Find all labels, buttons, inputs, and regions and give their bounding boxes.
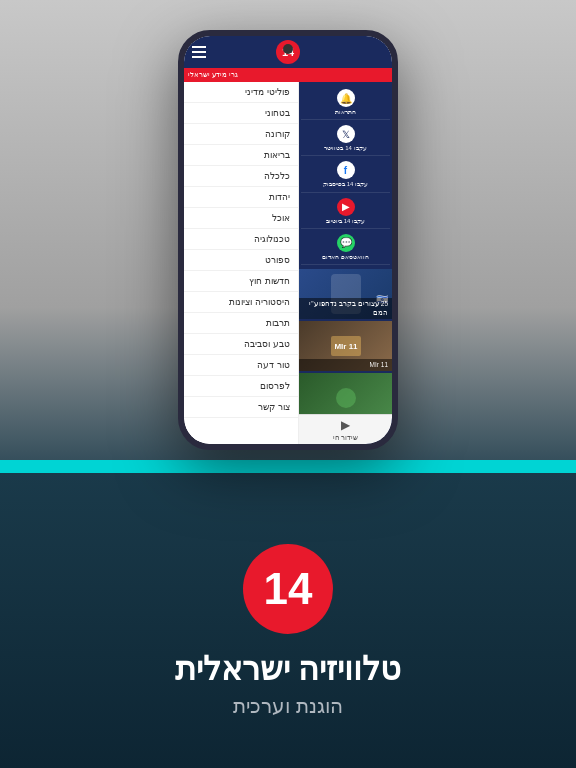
nature-graphic [326, 383, 366, 413]
sidebar-item-politi[interactable]: פוליטי מדיני [184, 82, 298, 103]
news-text-1: 25 עצורים בקרב נדחפו ע"י המם [303, 300, 388, 317]
bottom-branding: 14 טלוויזיה ישראלית הוגנת וערכית [0, 473, 576, 768]
social-whatsapp[interactable]: 💬 הוואטסאפ האדום [301, 231, 390, 265]
sidebar-item-tur-dea[interactable]: טור דעה [184, 355, 298, 376]
sidebar-item-prsm[interactable]: לפרסום [184, 376, 298, 397]
news-thumb-1[interactable]: 🇮🇱 25 עצורים בקרב נדחפו ע"י המם [299, 269, 392, 319]
phone-screen: 14 גרי מידע ישראלי פוליטי מדיני בטחוני ק… [184, 36, 392, 444]
main-title: טלוויזיה ישראלית [175, 650, 402, 688]
thumb-overlay-1: 25 עצורים בקרב נדחפו ע"י המם [299, 298, 392, 319]
news-text-2: MIr 11 [303, 361, 388, 369]
bottom-nav[interactable]: ▶ שידור חי [299, 414, 392, 444]
news-thumbnails: 🇮🇱 25 עצורים בקרב נדחפו ע"י המם MIr 11 [299, 269, 392, 414]
hamburger-menu[interactable] [192, 46, 206, 58]
news-thumb-2[interactable]: MIr 11 MIr 11 [299, 321, 392, 371]
sidebar-menu[interactable]: פוליטי מדיני בטחוני קורונה בריאות כלכלה … [184, 82, 299, 444]
sidebar-item-corona[interactable]: קורונה [184, 124, 298, 145]
sidebar-item-tarbut[interactable]: תרבות [184, 313, 298, 334]
youtube-icon: ▶ [337, 198, 355, 216]
phone-body: 14 גרי מידע ישראלי פוליטי מדיני בטחוני ק… [178, 30, 398, 450]
channel-number-large: 14 [264, 567, 313, 611]
twitter-icon: 𝕏 [337, 125, 355, 143]
live-stream-nav[interactable]: ▶ שידור חי [333, 418, 359, 442]
news-thumb-3[interactable] [299, 373, 392, 414]
sidebar-item-sport[interactable]: ספורט [184, 250, 298, 271]
social-twitter[interactable]: 𝕏 עקבו 14 בטוויטר [301, 122, 390, 156]
ticker-text: גרי מידע ישראלי [188, 71, 238, 79]
phone-mockup: 14 גרי מידע ישראלי פוליטי מדיני בטחוני ק… [178, 30, 398, 450]
twitter-label: עקבו 14 בטוויטר [324, 145, 366, 152]
facebook-icon: f [337, 161, 355, 179]
channel-logo-large: 14 [243, 544, 333, 634]
youtube-label: עקבו 14 ביוטיוב [326, 218, 365, 225]
sports-graphic: MIr 11 [326, 331, 366, 361]
main-panel: 🔔 התראות 𝕏 עקבו 14 בטוויטר f עקבו 14 בפי… [299, 82, 392, 444]
app-content: פוליטי מדיני בטחוני קורונה בריאות כלכלה … [184, 82, 392, 444]
sidebar-item-history[interactable]: היסטוריה וציונות [184, 292, 298, 313]
sidebar-item-yahadut[interactable]: יהדות [184, 187, 298, 208]
notifications-label: התראות [335, 109, 356, 116]
play-icon: ▶ [341, 418, 350, 432]
sidebar-item-bri-ut[interactable]: בריאות [184, 145, 298, 166]
sidebar-item-contact[interactable]: צור קשר [184, 397, 298, 418]
svg-point-2 [336, 388, 356, 408]
news-ticker: גרי מידע ישראלי [184, 68, 392, 82]
whatsapp-label: הוואטסאפ האדום [322, 254, 369, 261]
sidebar-item-tech[interactable]: טכנולוגיה [184, 229, 298, 250]
sidebar-item-bitahon[interactable]: בטחוני [184, 103, 298, 124]
sidebar-item-kalcala[interactable]: כלכלה [184, 166, 298, 187]
live-label: שידור חי [333, 434, 359, 442]
svg-text:MIr 11: MIr 11 [334, 342, 358, 351]
sidebar-item-teva[interactable]: טבע וסביבה [184, 334, 298, 355]
social-facebook[interactable]: f עקבו 14 בפייסבוק [301, 158, 390, 192]
facebook-label: עקבו 14 בפייסבוק [323, 181, 368, 188]
sidebar-item-ochel[interactable]: אוכל [184, 208, 298, 229]
phone-camera [283, 44, 293, 54]
sidebar-item-chutz[interactable]: חדשות חוץ [184, 271, 298, 292]
bell-icon: 🔔 [337, 89, 355, 107]
sub-title: הוגנת וערכית [233, 694, 343, 718]
thumb-overlay-2: MIr 11 [299, 359, 392, 371]
social-youtube[interactable]: ▶ עקבו 14 ביוטיוב [301, 195, 390, 229]
whatsapp-icon: 💬 [337, 234, 355, 252]
social-notifications[interactable]: 🔔 התראות [301, 86, 390, 120]
thumb-bg-3 [299, 373, 392, 414]
social-panel: 🔔 התראות 𝕏 עקבו 14 בטוויטר f עקבו 14 בפי… [299, 82, 392, 269]
